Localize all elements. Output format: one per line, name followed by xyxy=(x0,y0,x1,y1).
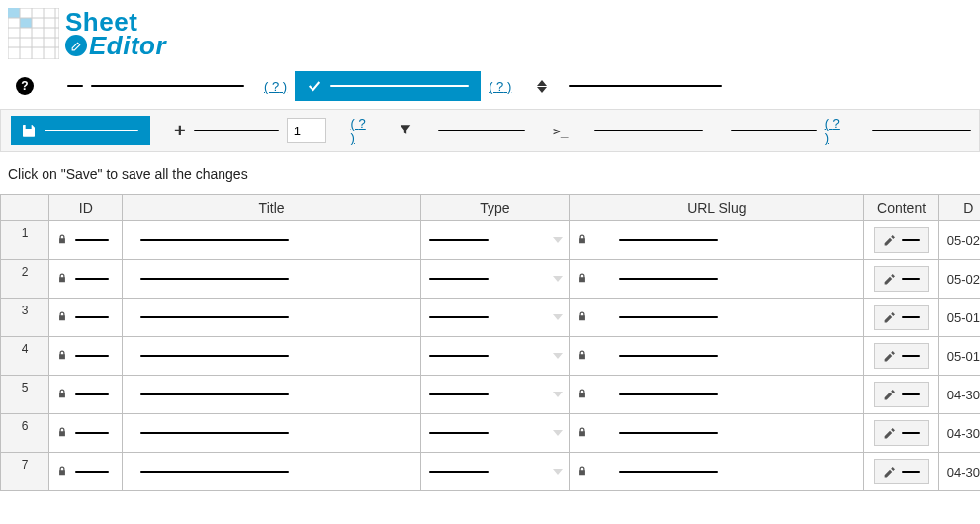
cell-slug[interactable] xyxy=(570,221,864,260)
edit-content-button[interactable] xyxy=(874,227,929,253)
toolbar-label xyxy=(872,130,971,131)
cell-title[interactable] xyxy=(123,337,420,376)
cell-type[interactable] xyxy=(421,221,571,260)
cell-title[interactable] xyxy=(123,376,420,414)
toolbar-label xyxy=(569,85,722,87)
corner-cell[interactable] xyxy=(0,194,49,221)
cell-type[interactable] xyxy=(421,453,571,491)
cell-type[interactable] xyxy=(421,299,571,337)
row-number[interactable]: 4 xyxy=(0,337,49,376)
edit-content-button[interactable] xyxy=(874,420,929,446)
sort-icon[interactable] xyxy=(537,80,547,93)
lock-icon xyxy=(578,349,587,364)
lock-icon xyxy=(57,388,67,402)
primary-action-button[interactable] xyxy=(295,71,481,101)
table-row: 4 05-01 xyxy=(0,337,980,376)
col-header-date[interactable]: D xyxy=(939,194,980,221)
col-header-type[interactable]: Type xyxy=(421,194,571,221)
cell-date[interactable]: 04-30 xyxy=(939,414,980,453)
cell-content xyxy=(864,376,938,414)
cell-id[interactable] xyxy=(49,376,123,414)
save-button[interactable] xyxy=(11,116,150,145)
new-rows-count-input[interactable] xyxy=(287,118,326,143)
cell-title[interactable] xyxy=(123,453,420,491)
cell-title[interactable] xyxy=(123,221,420,260)
cell-type[interactable] xyxy=(421,414,571,453)
cell-content xyxy=(864,337,938,376)
col-header-content[interactable]: Content xyxy=(864,194,938,221)
row-number[interactable]: 6 xyxy=(0,414,49,453)
cell-content xyxy=(864,221,938,260)
cell-slug[interactable] xyxy=(570,337,864,376)
col-header-slug[interactable]: URL Slug xyxy=(570,194,864,221)
cell-title[interactable] xyxy=(123,299,420,337)
edit-content-button[interactable] xyxy=(874,343,929,369)
cell-content xyxy=(864,453,938,491)
cell-date[interactable]: 05-01 xyxy=(939,337,980,376)
lock-icon xyxy=(578,388,587,402)
chevron-down-icon xyxy=(553,469,563,475)
lock-icon xyxy=(578,310,587,325)
edit-content-button[interactable] xyxy=(874,266,929,292)
table-row: 7 04-30 xyxy=(0,453,980,491)
row-number[interactable]: 1 xyxy=(0,221,49,260)
help-link[interactable]: ? xyxy=(489,79,511,94)
row-number[interactable]: 2 xyxy=(0,260,49,299)
cell-content xyxy=(864,414,938,453)
logo-pencil-badge-icon xyxy=(65,35,87,56)
col-header-title[interactable]: Title xyxy=(123,194,420,221)
edit-content-button[interactable] xyxy=(874,382,929,407)
cell-slug[interactable] xyxy=(570,414,864,453)
cell-date[interactable]: 05-02 xyxy=(939,221,980,260)
help-icon[interactable]: ? xyxy=(16,77,34,95)
edit-content-button[interactable] xyxy=(874,305,929,330)
lock-icon xyxy=(57,349,67,364)
cell-id[interactable] xyxy=(49,299,123,337)
cell-date[interactable]: 05-02 xyxy=(939,260,980,299)
help-link[interactable]: ? xyxy=(351,116,371,145)
toolbar-label xyxy=(91,85,244,87)
help-link[interactable]: ? xyxy=(825,116,845,145)
cell-slug[interactable] xyxy=(570,453,864,491)
lock-icon xyxy=(57,233,67,248)
col-header-id[interactable]: ID xyxy=(49,194,123,221)
chevron-down-icon xyxy=(553,392,563,397)
cell-type[interactable] xyxy=(421,337,571,376)
cell-slug[interactable] xyxy=(570,260,864,299)
cell-id[interactable] xyxy=(49,260,123,299)
add-rows-icon[interactable]: + xyxy=(174,120,186,142)
cell-slug[interactable] xyxy=(570,299,864,337)
chevron-down-icon xyxy=(553,353,563,359)
edit-content-button[interactable] xyxy=(874,459,929,484)
cell-content xyxy=(864,299,938,337)
table-row: 6 04-30 xyxy=(0,414,980,453)
row-number[interactable]: 3 xyxy=(0,299,49,337)
cell-type[interactable] xyxy=(421,376,571,414)
cell-id[interactable] xyxy=(49,221,123,260)
chevron-down-icon xyxy=(553,237,563,243)
cell-id[interactable] xyxy=(49,414,123,453)
console-icon[interactable]: >_ xyxy=(553,124,569,138)
lock-icon xyxy=(578,426,587,441)
cell-type[interactable] xyxy=(421,260,571,299)
cell-date[interactable]: 04-30 xyxy=(939,376,980,414)
table-row: 1 05-02 xyxy=(0,221,980,260)
row-number[interactable]: 7 xyxy=(0,453,49,491)
lock-icon xyxy=(57,426,67,441)
table-row: 2 05-02 xyxy=(0,260,980,299)
cell-id[interactable] xyxy=(49,337,123,376)
toolbar-secondary: + ? >_ ? xyxy=(0,109,980,152)
toolbar-label xyxy=(194,130,279,131)
row-number[interactable]: 5 xyxy=(0,376,49,414)
cell-date[interactable]: 04-30 xyxy=(939,453,980,491)
cell-id[interactable] xyxy=(49,453,123,491)
lock-icon xyxy=(578,465,587,480)
cell-title[interactable] xyxy=(123,260,420,299)
cell-date[interactable]: 05-01 xyxy=(939,299,980,337)
help-link[interactable]: ? xyxy=(264,79,287,94)
cell-title[interactable] xyxy=(123,414,420,453)
cell-slug[interactable] xyxy=(570,376,864,414)
lock-icon xyxy=(57,310,67,325)
filter-icon[interactable] xyxy=(399,123,412,139)
toolbar-label xyxy=(438,130,525,131)
